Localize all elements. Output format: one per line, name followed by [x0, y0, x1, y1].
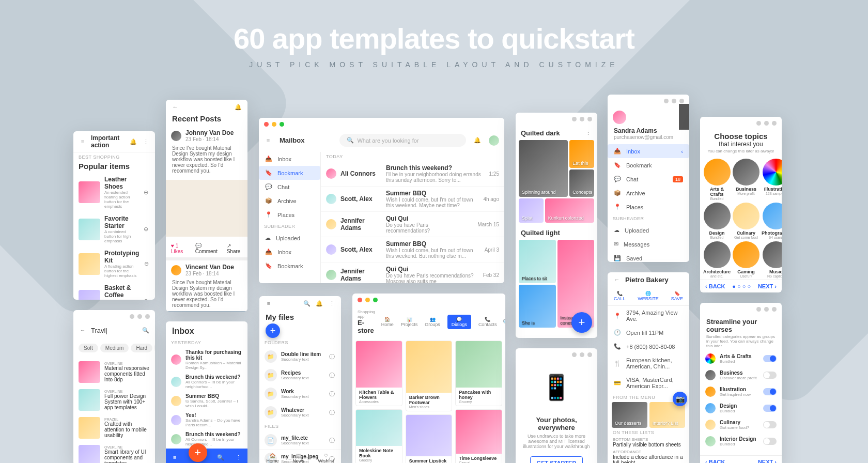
mail-row[interactable]: Scott, AlexSummer BBQWish I could come, …: [321, 237, 504, 263]
mail-row[interactable]: Ali ConnorsBrunch this weekend?I'll be i…: [321, 161, 504, 187]
call-button[interactable]: 📞CALL: [614, 291, 626, 301]
list-item[interactable]: OVERLINESmart library of UI components a…: [73, 442, 155, 463]
topic-item[interactable]: DesignBundled: [703, 203, 731, 239]
more-icon[interactable]: ⋮: [235, 453, 243, 461]
list-item[interactable]: OVERLINEFull power Design System with 10…: [73, 386, 155, 414]
course-row[interactable]: Interior DesignBundled: [700, 433, 782, 450]
nav-bookmark[interactable]: 🔖 Bookmark: [608, 158, 689, 172]
tile[interactable]: Places to sit: [519, 240, 556, 283]
inbox-row[interactable]: Brunch this weekend?Ali Connors – I'll b…: [166, 372, 247, 391]
toggle[interactable]: [763, 388, 777, 395]
topic-item[interactable]: Arts & CraftsBundled: [703, 159, 731, 200]
product-card[interactable]: Barker Brown FootwearMen's shoes: [406, 341, 453, 411]
toggle[interactable]: [763, 438, 777, 445]
bell-icon[interactable]: 🔔: [473, 136, 482, 145]
search-icon[interactable]: 🔍: [503, 318, 505, 326]
course-row[interactable]: IllustrationGet inspired now: [700, 383, 782, 400]
address-row[interactable]: 📍 3794, Amazing View Ave.: [608, 306, 689, 326]
file-item[interactable]: 📄my_file.etcSecondary textⓘ: [259, 431, 341, 450]
tile[interactable]: She is: [519, 285, 556, 328]
next-button[interactable]: NEXT ›: [758, 283, 777, 289]
inbox-row[interactable]: Yes!Sandra Adams – Do you have Paris rec…: [166, 410, 247, 429]
topic-item[interactable]: MusicNo caption: [762, 241, 782, 278]
phone-row[interactable]: 📞 +8 (800) 800-80-08: [608, 339, 689, 353]
toggle[interactable]: [763, 355, 777, 362]
nav-chat[interactable]: 💬 Chat: [259, 180, 320, 194]
list-item[interactable]: Favorite StarterA contained button for h…: [73, 212, 155, 246]
mail-row[interactable]: Jennifer AdamsQui QuiDo you have Paris r…: [321, 212, 504, 237]
nav-archive[interactable]: 📦 Archive: [608, 186, 689, 200]
avatar[interactable]: [613, 111, 626, 124]
menu-icon[interactable]: ≡: [265, 299, 273, 307]
search-icon[interactable]: 🔍: [303, 299, 311, 307]
menu-icon[interactable]: ≡: [79, 137, 87, 146]
course-row[interactable]: CulinaryGot some food?: [700, 416, 782, 433]
hours-row[interactable]: 🕐 Open till 11PM: [608, 326, 689, 339]
next-button[interactable]: NEXT ›: [758, 459, 777, 463]
avatar[interactable]: [489, 135, 499, 146]
mail-row[interactable]: Jennifer AdamsQui QuiDo you have Paris r…: [321, 263, 504, 283]
menu-icon[interactable]: ≡: [264, 136, 272, 145]
tile[interactable]: Eat this: [569, 140, 594, 168]
topic-item[interactable]: BusinessMore profit: [733, 159, 760, 200]
tile[interactable]: Splat: [519, 198, 544, 223]
likes-button[interactable]: ♥ 1 Likes: [171, 243, 188, 254]
search-input[interactable]: 🔍What are you looking for: [339, 134, 466, 147]
bell-icon[interactable]: 🔔: [129, 137, 137, 146]
course-row[interactable]: Arts & CraftsBundled: [700, 350, 782, 367]
nav-wishlist[interactable]: ♡Wishlist: [318, 453, 334, 463]
tile[interactable]: Concepts: [569, 169, 594, 197]
chip[interactable]: Medium: [100, 344, 129, 352]
inbox-row[interactable]: Summer BBQto Sandra, Scott, Jennifer – I…: [166, 391, 247, 410]
menu-tile[interactable]: Our desserts: [612, 402, 647, 428]
mail-row[interactable]: Scott, AlexSummer BBQWish I could come, …: [321, 187, 504, 212]
website-button[interactable]: 🌐WEBSITE: [638, 291, 659, 301]
share-button[interactable]: ↗ Share: [227, 243, 242, 254]
topic-item[interactable]: Illustration128 samples: [762, 159, 782, 200]
topic-item[interactable]: Architectureand etc.: [703, 241, 731, 278]
search-icon[interactable]: 🔍: [142, 326, 150, 334]
search-input[interactable]: Travl|: [91, 327, 137, 334]
back-button[interactable]: ‹ BACK: [705, 459, 725, 463]
nav-chat[interactable]: 💬 Chat 18: [608, 172, 689, 186]
back-arrow-icon[interactable]: ←: [613, 275, 621, 284]
tile[interactable]: Kurikuri colorized: [545, 198, 594, 223]
toggle[interactable]: [763, 405, 777, 412]
tab-groups[interactable]: 👥Groups: [425, 317, 440, 327]
product-card[interactable]: Summer Lipstick4 check out: [406, 414, 453, 463]
course-row[interactable]: BusinessDiscover more profit: [700, 367, 782, 383]
nav-places[interactable]: 📍 Places: [259, 208, 320, 222]
product-card[interactable]: Pancakes with honeyGrocery: [455, 341, 502, 406]
more-icon[interactable]: ⋮: [142, 137, 150, 146]
tile[interactable]: Spinning around: [519, 140, 568, 197]
list-item[interactable]: PRAZELCrafted with attention to mobile u…: [73, 414, 155, 442]
topic-item[interactable]: CulinaryGet some food: [733, 203, 760, 239]
toggle[interactable]: [763, 372, 777, 379]
product-card[interactable]: Moleskine Note BookGrocery: [355, 409, 402, 463]
nav-news[interactable]: 📰News: [292, 453, 304, 463]
nav-uploaded[interactable]: ☁ Uploaded: [259, 231, 320, 245]
get-started-button[interactable]: GET STARTED: [530, 456, 583, 463]
camera-fab[interactable]: 📷: [673, 392, 687, 406]
cuisine-row[interactable]: 🍴 European kitchen, American, Chin...: [608, 353, 689, 373]
back-arrow-icon[interactable]: ←: [171, 103, 179, 111]
topic-item[interactable]: Photography64 users: [762, 203, 782, 239]
nav-home[interactable]: 🏠Home: [266, 453, 278, 463]
list-item[interactable]: OVERLINEMaterial responsive components f…: [73, 358, 155, 386]
tab-projects[interactable]: 📊Projects: [401, 317, 418, 327]
bell-icon[interactable]: 🔔: [234, 103, 242, 111]
nav-inbox[interactable]: 📥 Inbox: [259, 152, 320, 166]
nav-places[interactable]: 📍 Places: [608, 200, 689, 214]
folder-item[interactable]: 📁RecipesSecondary textⓘ: [259, 366, 341, 384]
nav-saved[interactable]: 💾 Saved: [608, 251, 689, 262]
more-icon[interactable]: ⋮: [584, 129, 592, 137]
folder-item[interactable]: 📁WhateverSecondary textⓘ: [259, 403, 341, 422]
chip[interactable]: Soft: [79, 344, 98, 352]
list-item[interactable]: Basket & CoffeeAn extended action button…: [73, 281, 155, 300]
nav-bookmark2[interactable]: 🔖 Bookmark: [259, 259, 320, 273]
product-card[interactable]: Kitchen Table & FlowersAccessories: [355, 341, 402, 406]
tab-home[interactable]: 🏠Home: [381, 317, 394, 327]
list-item[interactable]: Prototyping KitA floating action button …: [73, 246, 155, 281]
payment-row[interactable]: 💳 VISA, MasterCard, American Expr...: [608, 373, 689, 393]
folder-item[interactable]: 📁WorkSecondary textⓘ: [259, 384, 341, 403]
